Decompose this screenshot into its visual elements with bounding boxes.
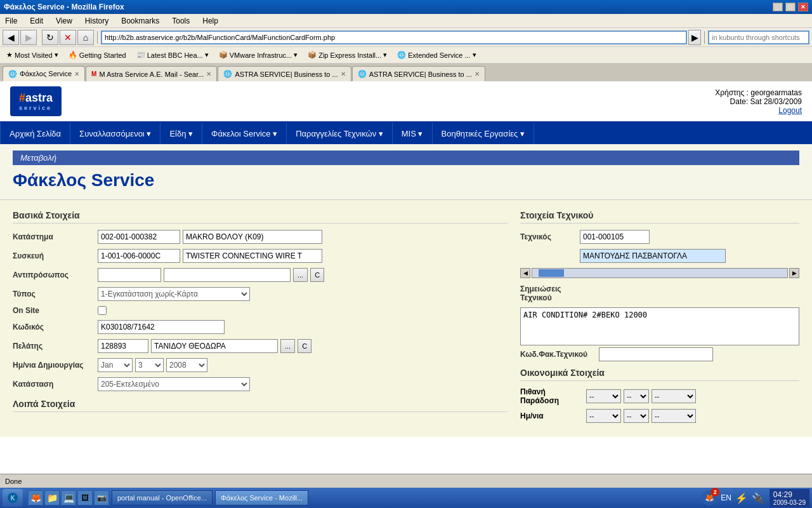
- nav-menu: Αρχική Σελίδα Συναλλασσόμενοι ▾ Είδη ▾ Φ…: [0, 123, 812, 144]
- menu-file[interactable]: File: [3, 15, 20, 27]
- menu-history[interactable]: History: [82, 15, 111, 27]
- forward-button[interactable]: ▶: [20, 30, 37, 45]
- nav-eidi[interactable]: Είδη ▾: [160, 123, 202, 144]
- bookmark-label: Most Visited: [15, 51, 53, 59]
- tab-close-button[interactable]: ✕: [475, 70, 480, 77]
- notes-textarea[interactable]: AIR CONDITION# 2#BEKO 12000: [520, 307, 799, 345]
- katastasi-select[interactable]: 205-Εκτελεσμένο: [98, 377, 250, 391]
- scroll-left-button[interactable]: ◀: [520, 268, 530, 278]
- page-main-title: Φάκελος Service: [13, 170, 799, 190]
- toolbar: ◀ ▶ ↻ ✕ ⌂ ▶: [0, 28, 812, 47]
- quicklaunch-cam[interactable]: 📷: [94, 490, 109, 505]
- bookmark-zip[interactable]: 📦 Zip Express Install... ▾: [305, 50, 390, 60]
- pithani-month-select[interactable]: --: [586, 389, 621, 403]
- bookmark-getting-started[interactable]: 🔥 Getting Started: [66, 50, 129, 60]
- quicklaunch-img[interactable]: 🖼: [77, 490, 93, 505]
- go-button[interactable]: ▶: [688, 30, 701, 45]
- bookmark-bbc[interactable]: 📰 Latest BBC Hea... ▾: [134, 50, 211, 60]
- typos-select[interactable]: 1-Εγκατάσταση χωρίς-Κάρτα: [98, 287, 250, 301]
- pelatis-code-input[interactable]: [98, 339, 148, 353]
- back-button[interactable]: ◀: [3, 30, 19, 45]
- nav-voithitikes[interactable]: Βοηθητικές Εργασίες ▾: [433, 123, 534, 144]
- pithani-year-select[interactable]: --: [652, 389, 696, 403]
- quicklaunch-firefox[interactable]: 🦊: [28, 490, 43, 505]
- logout-link[interactable]: Logout: [715, 106, 802, 115]
- page-heading: Μεταβολή Φάκελος Service: [0, 144, 812, 200]
- bookmark-label: VMware Infrastruc...: [230, 51, 292, 59]
- date-display: Date: Sat 28/03/2009: [715, 97, 802, 106]
- antiprosôpos-search-button[interactable]: ...: [293, 268, 308, 282]
- tab-icon: 🌐: [8, 70, 17, 78]
- reload-button[interactable]: ↻: [42, 30, 58, 45]
- start-button[interactable]: K: [3, 489, 23, 507]
- antiprosôpos-row: Αντιπρόσωπος ... C: [13, 268, 508, 282]
- home-button[interactable]: ⌂: [77, 30, 94, 45]
- antiprosôpos-clear-button[interactable]: C: [310, 268, 324, 282]
- pelatis-clear-button[interactable]: C: [298, 339, 311, 353]
- nav-home[interactable]: Αρχική Σελίδα: [0, 123, 70, 144]
- quicklaunch-files[interactable]: 📁: [44, 490, 60, 505]
- loipa-title: Λοιπά Στοιχεία: [13, 399, 508, 412]
- stop-button[interactable]: ✕: [60, 30, 76, 45]
- kubuntu-icon: K: [7, 492, 18, 504]
- bookmark-vmware[interactable]: 📦 VMware Infrastruc... ▾: [216, 50, 300, 60]
- tab-mail[interactable]: M M Astra Service A.E. Mail - Sear... ✕: [86, 66, 217, 81]
- window-controls: _ □ ✕: [773, 3, 808, 11]
- maximize-button[interactable]: □: [785, 3, 796, 11]
- menu-tools[interactable]: Tools: [169, 15, 192, 27]
- imnia-day-select[interactable]: --: [624, 409, 649, 423]
- address-bar[interactable]: [101, 30, 687, 44]
- nav-fakeloi[interactable]: Φάκελοι Service ▾: [202, 123, 287, 144]
- antiprosôpos-name-input[interactable]: [164, 268, 291, 282]
- search-input[interactable]: [708, 30, 809, 44]
- nav-mis[interactable]: MIS ▾: [393, 123, 433, 144]
- taskbar-openoffice[interactable]: portal manual - OpenOffice...: [112, 490, 213, 505]
- tab-astra1[interactable]: 🌐 ASTRA SERVICE| Business to ... ✕: [218, 66, 351, 81]
- typos-label: Τύπος: [13, 290, 95, 298]
- box-icon: 📦: [219, 51, 228, 59]
- katastima-name-input[interactable]: [183, 230, 322, 244]
- minimize-button[interactable]: _: [773, 3, 783, 11]
- bookmark-most-visited[interactable]: ★ Most Visited ▾: [4, 50, 61, 60]
- tab-close-button[interactable]: ✕: [74, 70, 79, 77]
- username: georgearmatas: [750, 88, 802, 97]
- menu-help[interactable]: Help: [200, 15, 221, 27]
- scroll-right-button[interactable]: ▶: [789, 268, 799, 278]
- date-day-select[interactable]: 3: [135, 358, 164, 372]
- nav-synalassomenoi[interactable]: Συναλλασσόμενοι ▾: [70, 123, 160, 144]
- tab-close-button[interactable]: ✕: [341, 70, 346, 77]
- pelatis-search-button[interactable]: ...: [280, 339, 295, 353]
- scroll-track[interactable]: [532, 268, 788, 278]
- antiprosôpos-code-input[interactable]: [98, 268, 161, 282]
- status-text: Done: [5, 478, 22, 485]
- kwdikos-input[interactable]: [98, 320, 225, 334]
- logo: #astra service: [10, 86, 62, 116]
- tabs-bar: 🌐 Φάκελος Service ✕ M M Astra Service A.…: [0, 64, 812, 81]
- onsite-checkbox[interactable]: [98, 306, 107, 315]
- tab-close-button[interactable]: ✕: [206, 70, 211, 77]
- close-button[interactable]: ✕: [798, 3, 808, 11]
- tab-astra2[interactable]: 🌐 ASTRA SERVICE| Business to ... ✕: [352, 66, 485, 81]
- nav-paraggelies[interactable]: Παραγγελίες Τεχνικών ▾: [287, 123, 393, 144]
- taskbar-firefox[interactable]: Φάκελος Service - Mozill...: [215, 490, 308, 505]
- imnia-month-select[interactable]: --: [586, 409, 621, 423]
- date-month-select[interactable]: Jan: [98, 358, 133, 372]
- bookmark-extended[interactable]: 🌐 Extended Service ... ▾: [395, 50, 478, 60]
- notes-row: Σημειώσεις Τεχνικού: [520, 283, 799, 302]
- menu-bookmarks[interactable]: Bookmarks: [119, 15, 162, 27]
- katastima-code-input[interactable]: [98, 230, 180, 244]
- syskevi-code-input[interactable]: [98, 249, 180, 263]
- menu-view[interactable]: View: [53, 15, 75, 27]
- menu-edit[interactable]: Edit: [27, 15, 46, 27]
- kwdfak-input[interactable]: [599, 347, 713, 361]
- pelatis-name-input[interactable]: [151, 339, 278, 353]
- tech-code-input[interactable]: [580, 230, 650, 244]
- firefox-tray[interactable]: 🦊 2: [702, 490, 717, 505]
- date-year-select[interactable]: 2008: [166, 358, 207, 372]
- syskevi-name-input[interactable]: [183, 249, 322, 263]
- time-display: 04:29: [773, 490, 806, 499]
- imnia-year-select[interactable]: --: [652, 409, 696, 423]
- quicklaunch-term[interactable]: 💻: [61, 490, 76, 505]
- tab-fakelos[interactable]: 🌐 Φάκελος Service ✕: [3, 66, 85, 81]
- pithani-day-select[interactable]: --: [624, 389, 649, 403]
